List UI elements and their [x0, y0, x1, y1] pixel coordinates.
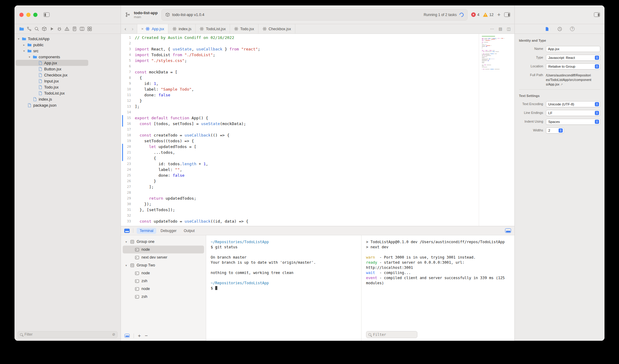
- tree-file-Todo.jsx[interactable]: Todo.jsx: [15, 84, 121, 90]
- tree-folder-public[interactable]: ▸public: [15, 42, 121, 48]
- terminal-group-group-one[interactable]: ▾Group one: [123, 238, 204, 246]
- tree-file-Checkbox.jsx[interactable]: Checkbox.jsx: [15, 72, 121, 78]
- history-inspector-icon[interactable]: [557, 27, 562, 31]
- tab-index.js[interactable]: index.js: [168, 24, 196, 34]
- line-number: 22: [121, 155, 135, 161]
- terminal-session-zsh[interactable]: zsh: [123, 277, 204, 285]
- quick-help-inspector-icon[interactable]: ?: [570, 27, 575, 31]
- terminal-line: warn - Port 3000 is in use, trying 3001 …: [366, 255, 510, 260]
- filter-options-icon[interactable]: ⊘: [112, 332, 115, 337]
- tree-file-Button.jsx[interactable]: Button.jsx: [15, 66, 121, 72]
- panel-layout-icon[interactable]: [125, 334, 130, 338]
- panel-tab-Output[interactable]: Output: [181, 228, 198, 234]
- indent-popup[interactable]: Spaces ▲▼: [546, 119, 600, 125]
- terminal-filter-box[interactable]: [366, 331, 417, 338]
- collapse-panel-icon[interactable]: [505, 228, 511, 233]
- line-number: 30: [121, 201, 135, 207]
- tree-file-TodoList.jsx[interactable]: TodoList.jsx: [15, 90, 121, 96]
- forward-button[interactable]: ›: [132, 26, 134, 32]
- location-popup[interactable]: Relative to Group ▲▼: [546, 63, 600, 69]
- find-icon[interactable]: [34, 26, 39, 31]
- chevron-down-icon[interactable]: ▾: [22, 49, 26, 53]
- reveal-path-icon[interactable]: ↗: [560, 83, 563, 86]
- terminal-session-next-dev-server[interactable]: next dev server: [123, 253, 204, 261]
- toggle-inspector-icon[interactable]: [594, 12, 600, 17]
- warning-badge[interactable]: ! 12: [483, 13, 494, 17]
- packages-icon[interactable]: [42, 26, 47, 31]
- chevron-down-icon[interactable]: ▾: [17, 37, 20, 40]
- code-line-text: // Created by Austin Condiff on 02/16/20…: [135, 35, 234, 40]
- add-terminal-button[interactable]: +: [138, 333, 141, 338]
- popup-stepper-icon: ▲▼: [595, 56, 599, 60]
- add-button[interactable]: +: [497, 12, 501, 18]
- more-options-icon[interactable]: ⋯: [490, 27, 494, 31]
- terminal-session-node[interactable]: node: [123, 246, 204, 253]
- tree-file-Input.jsx[interactable]: Input.jsx: [15, 78, 121, 84]
- reports-icon[interactable]: [72, 26, 77, 31]
- code-lines[interactable]: 1// Created by Austin Condiff on 02/16/2…: [121, 34, 479, 226]
- code-line-text: const updateTodo = useCallback((id, data…: [135, 218, 248, 224]
- tab-Checkbox.jsx[interactable]: Checkbox.jsx: [258, 24, 295, 34]
- line-number: 26: [121, 178, 135, 184]
- close-tab-icon[interactable]: ×: [141, 27, 144, 31]
- tab-Todo.jsx[interactable]: Todo.jsx: [230, 24, 258, 34]
- tab-TodoList.jsx[interactable]: TodoList.jsx: [196, 24, 230, 34]
- dock-panel-icon[interactable]: [124, 229, 130, 233]
- back-button[interactable]: ‹: [125, 26, 126, 32]
- tree-folder-TodoListApp[interactable]: ▾TodoListApp: [15, 36, 121, 42]
- split-editor-icon[interactable]: ◫: [507, 27, 510, 31]
- file-filter[interactable]: ⊘: [18, 331, 118, 338]
- encoding-popup[interactable]: Unicode (UTF-8) ▲▼: [546, 101, 600, 107]
- terminal-output-left[interactable]: ~/Repositories/TodoListApp$ git status O…: [206, 235, 361, 341]
- error-badge[interactable]: × 4: [471, 12, 479, 17]
- chevron-down-icon[interactable]: ▾: [125, 240, 128, 243]
- terminal-session-node[interactable]: node: [123, 285, 204, 293]
- terminal-session-node[interactable]: node: [123, 269, 204, 277]
- file-inspector-icon[interactable]: [545, 27, 549, 31]
- zoom-window-button[interactable]: [33, 13, 37, 17]
- panel-tab-Terminal[interactable]: Terminal: [137, 228, 156, 234]
- chevron-down-icon[interactable]: ▾: [125, 264, 128, 267]
- editors-icon[interactable]: [79, 26, 85, 31]
- type-popup[interactable]: Javascript: React ▲▼: [546, 55, 600, 61]
- line-number: 28: [121, 190, 135, 195]
- terminal-session-zsh[interactable]: zsh: [123, 293, 204, 301]
- tree-file-package.json[interactable]: package.json: [15, 102, 121, 108]
- minimize-window-button[interactable]: [26, 13, 31, 17]
- toggle-editor-layout-icon[interactable]: [504, 12, 510, 17]
- chevron-right-icon[interactable]: ▸: [22, 43, 26, 47]
- snippets-icon[interactable]: ▤: [498, 27, 502, 31]
- overview-icon[interactable]: [87, 26, 92, 31]
- tree-folder-src[interactable]: ▾src: [15, 48, 121, 54]
- code-line-text: let updatedTodos = [: [135, 144, 196, 150]
- error-icon: ×: [471, 12, 476, 17]
- terminal-filter-input[interactable]: [373, 333, 415, 337]
- run-tasks-icon[interactable]: [49, 26, 54, 31]
- tab-App.jsx[interactable]: ×App.jsx: [137, 24, 168, 34]
- tree-file-index.js[interactable]: index.js: [15, 96, 121, 102]
- line-endings-popup[interactable]: LF ▲▼: [546, 110, 600, 116]
- panel-tab-Debugger[interactable]: Debugger: [157, 228, 180, 234]
- terminal-group-group-two[interactable]: ▾Group Two: [123, 261, 204, 269]
- widths-stepper[interactable]: 2 ▲▼: [546, 127, 564, 134]
- chevron-down-icon[interactable]: ▾: [28, 55, 31, 59]
- close-window-button[interactable]: [19, 13, 24, 17]
- react-file-icon: [145, 27, 150, 31]
- terminal-output-right[interactable]: > TodoListApp@0.1.0 dev /Users/austincon…: [361, 235, 514, 341]
- project-info[interactable]: todo-list-app main: [134, 11, 158, 19]
- issues-icon[interactable]: [64, 26, 70, 31]
- source-control-icon[interactable]: [27, 26, 32, 31]
- file-filter-input[interactable]: [24, 332, 110, 337]
- code-line-text: ];: [135, 104, 140, 109]
- toggle-sidebar-icon[interactable]: [44, 12, 50, 17]
- tree-file-App.jsx[interactable]: App.jsx: [15, 60, 121, 66]
- remove-terminal-button[interactable]: −: [145, 333, 148, 338]
- code-editor[interactable]: 1// Created by Austin Condiff on 02/16/2…: [121, 34, 514, 226]
- tree-folder-components[interactable]: ▾components: [15, 54, 121, 60]
- scheme-label[interactable]: todo-list-app v1.0.4: [172, 13, 204, 17]
- line-number: 10: [121, 86, 135, 92]
- project-navigator-icon[interactable]: [19, 26, 24, 31]
- name-field[interactable]: [546, 46, 600, 52]
- debug-icon[interactable]: [57, 26, 62, 31]
- minimap[interactable]: [479, 34, 514, 226]
